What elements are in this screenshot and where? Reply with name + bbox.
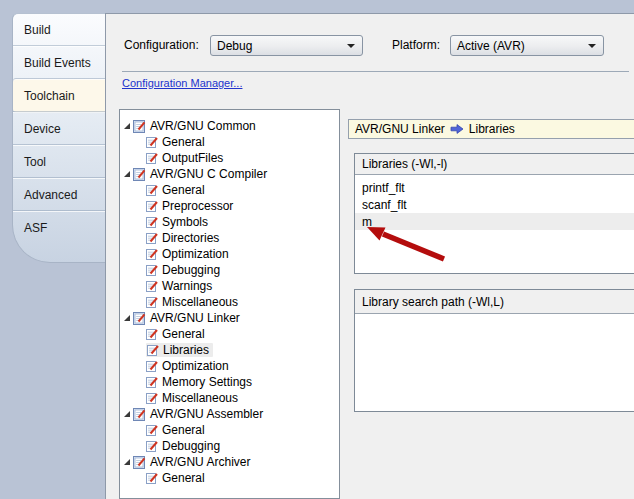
tree-item-label: Preprocessor xyxy=(162,199,233,213)
property-page-icon xyxy=(146,376,158,388)
property-page-icon xyxy=(133,120,146,133)
property-page-icon xyxy=(146,472,158,484)
tree-item-avr-gnu-linker-memory-settings[interactable]: Memory Settings xyxy=(120,374,339,390)
chevron-down-icon xyxy=(347,44,355,48)
property-page-icon xyxy=(133,312,146,325)
property-page-icon xyxy=(146,360,158,372)
tree-item-avr-gnu-c-compiler-optimization[interactable]: Optimization xyxy=(120,246,339,262)
tree-item-label: Symbols xyxy=(162,215,208,229)
tree-selection: Libraries xyxy=(146,343,213,357)
platform-dropdown[interactable]: Active (AVR) xyxy=(450,35,604,56)
sidebar-tab-build-events[interactable]: Build Events xyxy=(13,46,105,79)
tree-item-avr-gnu-c-compiler-directories[interactable]: Directories xyxy=(120,230,339,246)
expander-icon[interactable] xyxy=(123,314,131,322)
sidebar-tab-build[interactable]: Build xyxy=(13,14,105,46)
property-page-icon xyxy=(146,424,158,436)
toolchain-tree[interactable]: AVR/GNU CommonGeneralOutputFilesAVR/GNU … xyxy=(119,109,340,499)
property-page-icon xyxy=(146,152,158,164)
tree-item-avr-gnu-linker-libraries[interactable]: Libraries xyxy=(120,342,339,358)
tree-item-label: Debugging xyxy=(162,263,220,277)
tree-item-label: Optimization xyxy=(162,359,229,373)
property-page-icon xyxy=(146,392,158,404)
configuration-manager-link[interactable]: Configuration Manager... xyxy=(122,77,242,89)
library-search-path-box: Library search path (-Wl,L) xyxy=(354,289,634,412)
tree-item-label: General xyxy=(162,471,205,485)
tree-group-avr-gnu-linker[interactable]: AVR/GNU Linker xyxy=(120,310,339,326)
tree-item-avr-gnu-c-compiler-preprocessor[interactable]: Preprocessor xyxy=(120,198,339,214)
sidebar-tab-toolchain[interactable]: Toolchain xyxy=(13,79,105,112)
property-page-icon xyxy=(146,440,158,452)
tree-group-label: AVR/GNU C Compiler xyxy=(150,167,267,181)
expander-icon[interactable] xyxy=(123,122,131,130)
expander-icon[interactable] xyxy=(123,458,131,466)
tree-item-label: Warnings xyxy=(162,279,212,293)
tree-item-avr-gnu-c-compiler-debugging[interactable]: Debugging xyxy=(120,262,339,278)
sidebar-tab-tool[interactable]: Tool xyxy=(13,145,105,178)
configuration-label: Configuration: xyxy=(124,38,199,52)
tree-item-label: Miscellaneous xyxy=(162,295,238,309)
tree-group-avr-gnu-common[interactable]: AVR/GNU Common xyxy=(120,118,339,134)
tree-item-label: Optimization xyxy=(162,247,229,261)
libraries-list[interactable]: printf_fltscanf_fltm xyxy=(355,175,634,230)
toolchain-page: Configuration: Debug Platform: Active (A… xyxy=(105,13,634,499)
tree-item-label: Directories xyxy=(162,231,219,245)
tree-item-avr-gnu-common-outputfiles[interactable]: OutputFiles xyxy=(120,150,339,166)
libraries-box-title: Libraries (-Wl,-l) xyxy=(355,154,634,175)
tree-group-avr-gnu-archiver[interactable]: AVR/GNU Archiver xyxy=(120,454,339,470)
tree-group-avr-gnu-c-compiler[interactable]: AVR/GNU C Compiler xyxy=(120,166,339,182)
property-page-icon xyxy=(146,296,158,308)
library-item-printf-flt[interactable]: printf_flt xyxy=(355,179,634,196)
tree-item-label: Debugging xyxy=(162,439,220,453)
tree-item-label: General xyxy=(162,183,205,197)
separator xyxy=(122,71,629,72)
platform-label: Platform: xyxy=(392,38,440,52)
breadcrumb-section: AVR/GNU Linker xyxy=(355,122,445,136)
tree-item-avr-gnu-assembler-debugging[interactable]: Debugging xyxy=(120,438,339,454)
sidebar-tabs: BuildBuild EventsToolchainDeviceToolAdva… xyxy=(12,13,105,263)
property-page-icon xyxy=(133,408,146,421)
property-page-icon xyxy=(146,280,158,292)
right-arrow-icon xyxy=(450,124,464,134)
breadcrumb-page: Libraries xyxy=(469,122,515,136)
tree-item-avr-gnu-c-compiler-general[interactable]: General xyxy=(120,182,339,198)
property-page-icon xyxy=(146,232,158,244)
breadcrumb: AVR/GNU Linker Libraries xyxy=(348,119,634,139)
tree-item-avr-gnu-archiver-general[interactable]: General xyxy=(120,470,339,486)
property-page-icon xyxy=(146,328,158,340)
tree-item-label: Libraries xyxy=(163,343,209,357)
library-search-path-list[interactable] xyxy=(355,314,634,318)
library-item-scanf-flt[interactable]: scanf_flt xyxy=(355,196,634,213)
tree-item-avr-gnu-assembler-general[interactable]: General xyxy=(120,422,339,438)
sidebar-tab-device[interactable]: Device xyxy=(13,112,105,145)
tree-item-avr-gnu-linker-miscellaneous[interactable]: Miscellaneous xyxy=(120,390,339,406)
tree-group-avr-gnu-assembler[interactable]: AVR/GNU Assembler xyxy=(120,406,339,422)
tree-item-avr-gnu-c-compiler-symbols[interactable]: Symbols xyxy=(120,214,339,230)
tree-group-label: AVR/GNU Common xyxy=(150,119,256,133)
sidebar-tab-asf[interactable]: ASF xyxy=(13,211,105,244)
property-page-icon xyxy=(133,456,146,469)
property-page-icon xyxy=(133,168,146,181)
tree-group-label: AVR/GNU Archiver xyxy=(150,455,250,469)
property-page-icon xyxy=(147,344,159,356)
configuration-value: Debug xyxy=(217,39,252,53)
platform-value: Active (AVR) xyxy=(457,39,525,53)
property-page-icon xyxy=(146,216,158,228)
tree-item-label: General xyxy=(162,423,205,437)
tree-item-avr-gnu-common-general[interactable]: General xyxy=(120,134,339,150)
property-page-icon xyxy=(146,184,158,196)
tree-item-avr-gnu-c-compiler-miscellaneous[interactable]: Miscellaneous xyxy=(120,294,339,310)
tree-item-avr-gnu-linker-general[interactable]: General xyxy=(120,326,339,342)
tree-item-label: Miscellaneous xyxy=(162,391,238,405)
property-page-icon xyxy=(146,136,158,148)
property-page-icon xyxy=(146,200,158,212)
tree-item-avr-gnu-c-compiler-warnings[interactable]: Warnings xyxy=(120,278,339,294)
property-page-icon xyxy=(146,264,158,276)
tree-item-avr-gnu-linker-optimization[interactable]: Optimization xyxy=(120,358,339,374)
expander-icon[interactable] xyxy=(123,410,131,418)
tree-group-label: AVR/GNU Assembler xyxy=(150,407,263,421)
sidebar-tab-advanced[interactable]: Advanced xyxy=(13,178,105,211)
expander-icon[interactable] xyxy=(123,170,131,178)
library-item-m[interactable]: m xyxy=(355,213,634,230)
tree-item-label: OutputFiles xyxy=(162,151,223,165)
configuration-dropdown[interactable]: Debug xyxy=(210,35,363,56)
